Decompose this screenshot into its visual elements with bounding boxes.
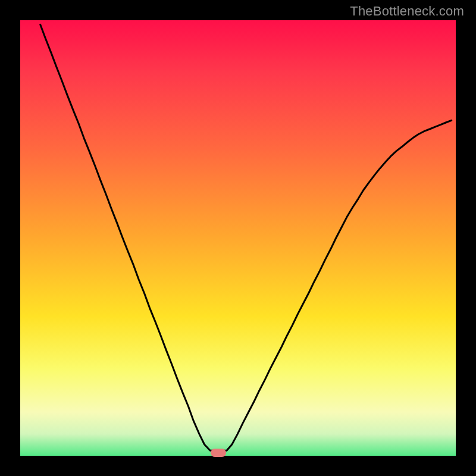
optimum-marker <box>211 449 226 457</box>
chart-frame: TheBottleneck.com <box>0 0 476 476</box>
watermark-text: TheBottleneck.com <box>350 4 464 19</box>
plot-area <box>20 20 456 456</box>
